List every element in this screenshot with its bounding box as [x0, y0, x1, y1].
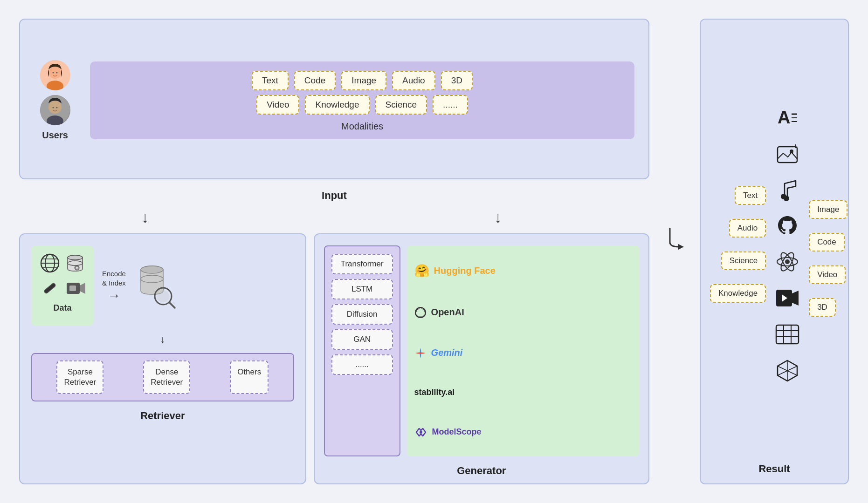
music-note-icon [774, 176, 800, 202]
result-knowledge-tag: Knowledge [710, 284, 766, 303]
avatar-female [40, 60, 70, 90]
modalities-label: Modalities [101, 121, 623, 132]
svg-point-32 [420, 431, 422, 434]
left-section: Users Text Code Image Audio 3D Video Kno… [19, 19, 649, 484]
huggingface-emoji: 🤗 [414, 264, 429, 278]
svg-point-8 [52, 107, 54, 109]
data-section: Data [31, 245, 94, 326]
modalities-row2: Video Knowledge Science ...... [101, 95, 623, 115]
svg-marker-24 [80, 283, 85, 294]
platform-huggingface: 🤗 Hugging Face [414, 264, 632, 278]
platform-gemini: Gemini [414, 347, 632, 359]
result-section: Text Audio Science Knowledge A [700, 19, 849, 484]
result-3d-tag: 3D [809, 298, 836, 317]
modality-image: Image [341, 71, 386, 90]
retrievers-bottom: SparseRetriever DenseRetriever Others [31, 353, 294, 401]
input-box: Users Text Code Image Audio 3D Video Kno… [19, 19, 649, 179]
platform-modelscope: ModelScope [414, 426, 632, 439]
knowledge-result-icon [774, 321, 800, 347]
modelscope-icon [414, 426, 427, 439]
data-icons-grid [39, 252, 86, 299]
bottom-row: Data Encode& Index → [19, 233, 649, 484]
arrow-to-retriever: ↓ [19, 209, 271, 226]
model-lstm: LSTM [331, 279, 393, 299]
svg-point-43 [785, 259, 790, 264]
encode-arrow: → [107, 289, 120, 302]
users-section: Users [34, 60, 76, 141]
svg-text:A: A [778, 108, 790, 127]
video-icon [64, 277, 86, 299]
platforms-section: 🤗 Hugging Face OpenAI [407, 245, 639, 456]
db-icon-section [134, 263, 176, 309]
dense-retriever-tag: DenseRetriever [143, 360, 190, 394]
code-result-icon [774, 212, 800, 238]
result-image-tag: Image [809, 200, 847, 219]
connector-arrows: ↓ ↓ [19, 209, 649, 226]
inner-down-arrow: ↓ [31, 333, 294, 346]
retriever-label: Retriever [31, 410, 294, 422]
models-section: Transformer LSTM Diffusion GAN ...... [324, 245, 400, 456]
result-label: Result [758, 463, 790, 475]
input-label: Input [19, 190, 649, 202]
globe-icon [39, 252, 61, 274]
svg-point-19 [76, 267, 78, 269]
result-icons-col: A + [774, 31, 800, 458]
horiz-arrow [657, 19, 692, 484]
modality-audio: Audio [392, 71, 435, 90]
arrow-to-generator: ↓ [347, 209, 649, 226]
pill-icon [39, 277, 61, 299]
modality-knowledge: Knowledge [305, 95, 369, 115]
sparse-retriever-tag: SparseRetriever [56, 360, 103, 394]
svg-line-31 [169, 302, 175, 308]
modality-code: Code [294, 71, 336, 90]
svg-point-9 [56, 107, 57, 109]
model-gan: GAN [331, 329, 393, 350]
main-container: Users Text Code Image Audio 3D Video Kno… [10, 9, 858, 494]
huggingface-label: Hugging Face [434, 265, 496, 276]
result-text-tag: Text [735, 186, 766, 205]
users-label: Users [42, 130, 68, 141]
svg-marker-48 [792, 291, 799, 306]
generator-box: Transformer LSTM Diffusion GAN ...... 🤗 … [314, 233, 649, 484]
platform-stability: stability.ai [414, 387, 632, 397]
others-tag: Others [230, 360, 269, 394]
openai-label: OpenAI [431, 307, 464, 318]
result-grid: Text Audio Science Knowledge A [710, 31, 839, 458]
db-magnifier-icon [134, 263, 176, 309]
platform-openai: OpenAI [414, 306, 632, 319]
svg-rect-50 [776, 325, 799, 344]
database-icon [64, 252, 86, 274]
data-label: Data [53, 303, 71, 313]
modality-science: Science [375, 95, 427, 115]
model-transformer: Transformer [331, 254, 393, 274]
openai-icon [414, 306, 427, 319]
svg-point-27 [141, 266, 163, 273]
svg-point-39 [790, 150, 793, 153]
svg-point-16 [68, 255, 83, 260]
result-science-tag: Science [721, 252, 766, 270]
gemini-icon [414, 347, 427, 359]
encode-section: Encode& Index → [102, 269, 126, 302]
modality-video: Video [256, 95, 299, 115]
generator-inner: Transformer LSTM Diffusion GAN ...... 🤗 … [324, 245, 639, 456]
modelscope-label: ModelScope [432, 427, 482, 437]
retriever-top: Data Encode& Index → [31, 245, 294, 326]
svg-point-30 [157, 290, 169, 302]
text-result-icon: A [774, 105, 800, 131]
model-more: ...... [331, 354, 393, 375]
3d-result-icon [774, 358, 800, 384]
result-code-tag: Code [809, 233, 845, 252]
modalities-section: Text Code Image Audio 3D Video Knowledge… [90, 61, 634, 139]
model-diffusion: Diffusion [331, 304, 393, 325]
svg-point-3 [52, 72, 54, 74]
video-result-icon [774, 285, 800, 311]
modality-more: ...... [433, 95, 468, 115]
svg-marker-33 [678, 244, 684, 250]
svg-text:+: + [793, 143, 798, 150]
generator-label: Generator [324, 465, 639, 477]
svg-point-6 [48, 101, 62, 114]
stability-label: stability.ai [414, 387, 455, 397]
result-video-tag: Video [809, 265, 846, 284]
result-audio-tag: Audio [729, 219, 766, 238]
gemini-label: Gemini [431, 347, 463, 358]
